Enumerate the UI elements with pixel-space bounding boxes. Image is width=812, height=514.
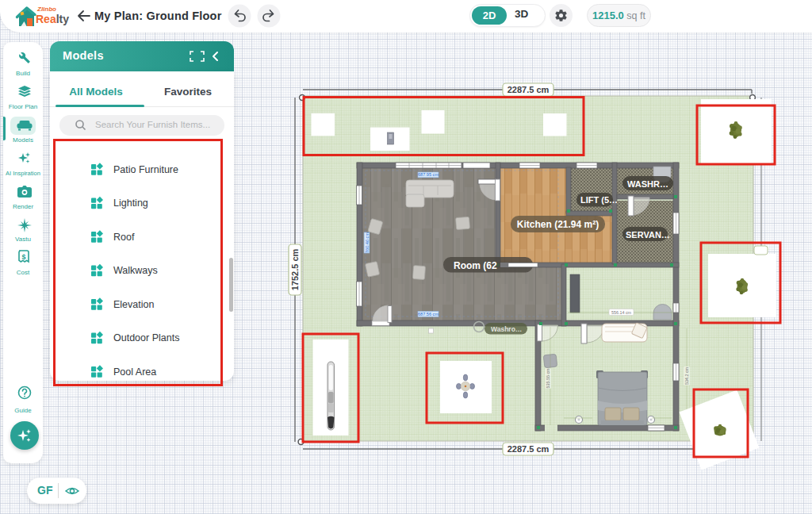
svg-text:687.56 cm: 687.56 cm [418,312,439,316]
svg-text:Zlinbo: Zlinbo [36,6,56,13]
svg-text:535.55 cm: 535.55 cm [546,368,550,389]
svg-text:Kitchen (21.94 m²): Kitchen (21.94 m²) [517,219,599,230]
svg-text:WASHR…: WASHR… [627,179,668,189]
svg-text:LIFT (5…: LIFT (5… [580,195,618,205]
svg-text:Room (62: Room (62 [454,260,497,271]
svg-text:687.95 cm: 687.95 cm [418,172,439,177]
svg-text:SERVAN…: SERVAN… [626,230,670,240]
svg-text:Washro…: Washro… [491,325,522,333]
svg-text:$: $ [21,253,25,261]
svg-text:2287.5 cm: 2287.5 cm [508,444,550,454]
svg-text:1752.5 cm: 1752.5 cm [290,248,300,290]
svg-text:Realty: Realty [36,13,69,25]
svg-text:2287.5 cm: 2287.5 cm [508,85,550,94]
svg-text:556.14 cm: 556.14 cm [611,310,632,315]
svg-text:760.46 cm: 760.46 cm [365,232,370,253]
svg-text:534.2 cm: 534.2 cm [684,366,689,385]
